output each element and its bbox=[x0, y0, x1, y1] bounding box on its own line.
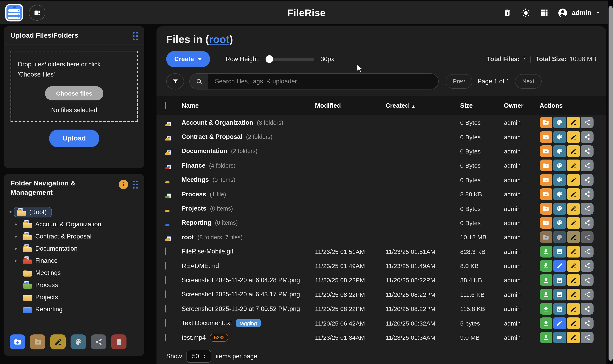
table-row-file[interactable]: Screenshot 2025-11-20 at 7.00.52 PM.png … bbox=[156, 302, 606, 316]
folder-name[interactable]: Reporting bbox=[182, 219, 211, 227]
move-folder-button[interactable] bbox=[540, 160, 552, 171]
items-per-page-select[interactable]: 50 bbox=[186, 350, 211, 363]
select-all-checkbox[interactable] bbox=[166, 102, 166, 109]
column-header-name[interactable]: Name bbox=[182, 102, 313, 109]
table-row-folder[interactable]: Contract & Proposal(2 folders) 0 Bytes a… bbox=[156, 130, 606, 144]
folder-color-button[interactable] bbox=[553, 217, 566, 229]
table-row-file[interactable]: Screenshot 2025-11-20 at 6.43.17 PM.png … bbox=[156, 287, 606, 302]
folder-color-button[interactable] bbox=[553, 131, 566, 143]
rename-folder-button[interactable] bbox=[567, 117, 580, 128]
tree-item[interactable]: Meetings bbox=[8, 267, 140, 279]
folder-color-button[interactable] bbox=[553, 188, 566, 200]
move-folder-button[interactable] bbox=[540, 231, 552, 243]
file-name[interactable]: FileRise-Mobile.gif bbox=[182, 248, 233, 255]
move-folder-button[interactable] bbox=[540, 174, 552, 186]
move-folder-button[interactable] bbox=[540, 217, 552, 229]
tree-item[interactable]: ▸ Account & Organization bbox=[8, 218, 140, 230]
filter-button[interactable] bbox=[166, 73, 184, 90]
folder-color-button[interactable] bbox=[553, 174, 566, 186]
row-checkbox[interactable] bbox=[166, 290, 166, 298]
table-row-folder[interactable]: Meetings(0 items) 0 Bytes admin bbox=[156, 173, 606, 187]
column-header-owner[interactable]: Owner bbox=[504, 102, 537, 109]
folder-name[interactable]: root bbox=[182, 234, 194, 241]
file-name[interactable]: test.mp4 bbox=[182, 334, 206, 341]
folder-color-button[interactable] bbox=[553, 145, 566, 157]
table-row-file[interactable]: test.mp452% 11/23/25 01:34AM 11/23/25 01… bbox=[156, 330, 606, 345]
user-menu[interactable]: admin bbox=[558, 8, 601, 18]
table-row-folder[interactable]: Reporting(0 items) 0 Bytes admin bbox=[156, 216, 606, 230]
table-row-folder[interactable]: root(8 folders, 7 files) 10.12 MB admin bbox=[156, 230, 606, 244]
table-row-file[interactable]: Text Document.txttagging 11/20/25 06:42A… bbox=[156, 316, 606, 330]
share-file-button[interactable] bbox=[581, 246, 594, 257]
row-checkbox[interactable] bbox=[166, 276, 166, 284]
upload-button[interactable]: Upload bbox=[49, 129, 99, 147]
edit-file-button[interactable] bbox=[553, 317, 566, 329]
move-folder-button[interactable] bbox=[540, 188, 552, 200]
folder-color-button[interactable] bbox=[553, 203, 566, 214]
trash-restore-icon[interactable] bbox=[503, 9, 512, 17]
tree-item-chip[interactable]: Account & Organization bbox=[19, 219, 105, 230]
table-row-folder[interactable]: Finance(4 folders) 0 Bytes admin bbox=[156, 158, 606, 173]
share-folder-button[interactable] bbox=[581, 145, 594, 157]
download-button[interactable] bbox=[540, 317, 552, 329]
folder-color-button[interactable] bbox=[70, 334, 86, 350]
rename-folder-button[interactable] bbox=[567, 203, 580, 214]
share-folder-button[interactable] bbox=[581, 231, 594, 243]
tree-item-chip[interactable]: Projects bbox=[19, 292, 62, 302]
create-folder-button[interactable] bbox=[10, 334, 25, 350]
choose-files-button[interactable]: Choose files bbox=[45, 86, 103, 100]
filerise-logo-icon[interactable] bbox=[5, 4, 23, 21]
prev-page-button[interactable]: Prev bbox=[446, 74, 472, 89]
tree-item[interactable]: ▾ (Root) bbox=[7, 206, 140, 218]
move-folder-button[interactable] bbox=[540, 131, 552, 143]
rename-folder-button[interactable] bbox=[50, 334, 66, 350]
page-scrollbar[interactable] bbox=[608, 0, 613, 364]
folder-color-button[interactable] bbox=[553, 231, 566, 243]
move-folder-button[interactable] bbox=[540, 117, 552, 128]
move-folder-button[interactable] bbox=[30, 334, 45, 350]
share-folder-button[interactable] bbox=[581, 174, 594, 186]
table-row-file[interactable]: FileRise-Mobile.gif 11/23/25 01:51AM 11/… bbox=[156, 244, 606, 259]
drag-handle-icon[interactable] bbox=[133, 180, 138, 188]
drag-handle-icon[interactable] bbox=[133, 32, 138, 40]
rename-file-button[interactable] bbox=[567, 260, 580, 272]
rename-folder-button[interactable] bbox=[567, 131, 580, 143]
share-folder-button[interactable] bbox=[91, 334, 106, 350]
rename-folder-button[interactable] bbox=[567, 231, 580, 243]
tree-item-chip[interactable]: Process bbox=[19, 280, 62, 290]
tree-item[interactable]: Process bbox=[8, 279, 140, 291]
create-button[interactable]: Create bbox=[166, 51, 210, 67]
move-folder-button[interactable] bbox=[540, 203, 552, 214]
file-name[interactable]: Text Document.txt bbox=[182, 319, 232, 327]
file-name[interactable]: Screenshot 2025-11-20 at 7.00.52 PM.png bbox=[182, 305, 300, 312]
tree-item-chip[interactable]: Contract & Proposal bbox=[19, 231, 95, 242]
tree-item[interactable]: ▸ Documentation bbox=[8, 243, 140, 255]
upload-dropzone[interactable]: Drop files/folders here or click 'Choose… bbox=[11, 51, 138, 122]
scrollbar-thumb[interactable] bbox=[608, 6, 613, 361]
tree-item[interactable]: Reporting bbox=[8, 303, 140, 315]
share-file-button[interactable] bbox=[581, 332, 594, 343]
download-button[interactable] bbox=[540, 289, 552, 300]
column-header-created[interactable]: Created▲ bbox=[386, 102, 458, 109]
rename-file-button[interactable] bbox=[567, 317, 580, 329]
tree-item[interactable]: ▸ Finance bbox=[8, 255, 140, 267]
file-name[interactable]: Screenshot 2025-11-20 at 6.43.17 PM.png bbox=[182, 291, 300, 298]
folder-color-button[interactable] bbox=[553, 160, 566, 171]
share-folder-button[interactable] bbox=[581, 117, 594, 128]
folder-color-button[interactable] bbox=[553, 117, 566, 128]
rename-folder-button[interactable] bbox=[567, 188, 580, 200]
table-row-folder[interactable]: Account & Organization(3 folders) 0 Byte… bbox=[156, 115, 606, 130]
tree-item-chip[interactable]: Documentation bbox=[19, 243, 81, 254]
apps-grid-icon[interactable] bbox=[540, 9, 549, 17]
rename-folder-button[interactable] bbox=[567, 145, 580, 157]
root-breadcrumb-link[interactable]: root bbox=[209, 33, 229, 45]
preview-image-button[interactable] bbox=[553, 274, 566, 286]
file-name[interactable]: README.md bbox=[182, 262, 219, 270]
folder-name[interactable]: Account & Organization bbox=[182, 119, 253, 126]
table-row-folder[interactable]: Projects(0 items) 0 Bytes admin bbox=[156, 201, 606, 216]
preview-image-button[interactable] bbox=[553, 246, 566, 257]
tree-item-chip[interactable]: (Root) bbox=[14, 207, 52, 217]
folder-name[interactable]: Contract & Proposal bbox=[182, 133, 242, 141]
info-icon[interactable]: i bbox=[119, 180, 128, 189]
rename-file-button[interactable] bbox=[567, 274, 580, 286]
